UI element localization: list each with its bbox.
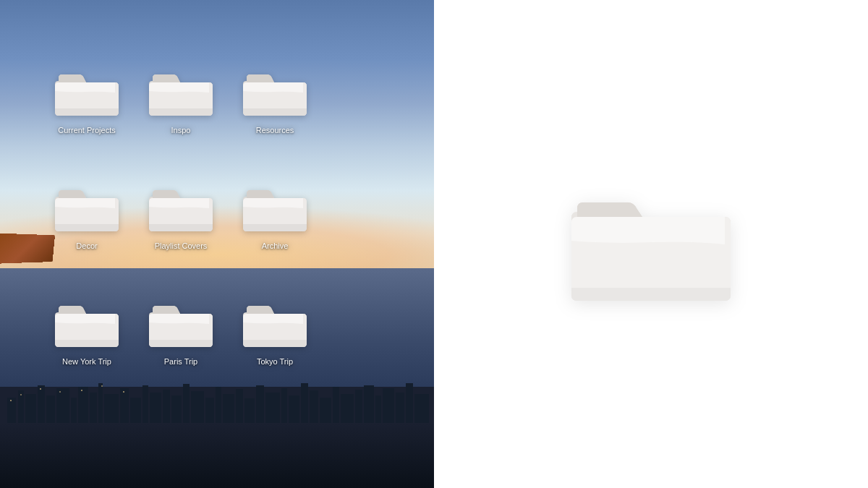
folder-icon-paris-trip xyxy=(148,296,213,351)
folder-archive[interactable]: Archive xyxy=(231,181,318,289)
folder-grid: Current Projects Inspo xyxy=(43,65,318,405)
folder-icon-current-projects xyxy=(54,65,119,119)
folder-icon-new-york-trip xyxy=(54,296,119,351)
folder-inspo[interactable]: Inspo xyxy=(137,65,224,174)
folder-decor[interactable]: Decor xyxy=(43,181,130,289)
folder-label-inspo: Inspo xyxy=(171,125,191,135)
folder-tokyo-trip[interactable]: Tokyo Trip xyxy=(231,296,318,405)
right-panel xyxy=(434,0,868,488)
folder-new-york-trip[interactable]: New York Trip xyxy=(43,296,130,405)
folder-label-playlist-covers: Playlist Covers xyxy=(155,241,208,251)
folder-icon-tokyo-trip xyxy=(242,296,307,351)
folder-label-resources: Resources xyxy=(256,125,294,135)
svg-rect-41 xyxy=(10,400,12,401)
folder-icon-resources xyxy=(242,65,307,119)
folder-icon-archive xyxy=(242,181,307,235)
folder-label-new-york-trip: New York Trip xyxy=(62,356,111,367)
folder-current-projects[interactable]: Current Projects xyxy=(43,65,130,174)
ground xyxy=(0,423,434,488)
folder-icon-decor xyxy=(54,181,119,235)
svg-rect-43 xyxy=(40,388,41,390)
folder-label-archive: Archive xyxy=(262,241,289,251)
svg-rect-42 xyxy=(20,394,22,395)
folder-resources[interactable]: Resources xyxy=(231,65,318,174)
folder-playlist-covers[interactable]: Playlist Covers xyxy=(137,181,224,289)
desktop-panel: Current Projects Inspo xyxy=(0,0,434,488)
folder-label-tokyo-trip: Tokyo Trip xyxy=(257,356,293,367)
large-folder-icon xyxy=(564,172,738,317)
folder-label-paris-trip: Paris Trip xyxy=(164,356,197,367)
folder-icon-playlist-covers xyxy=(148,181,213,235)
folder-label-current-projects: Current Projects xyxy=(58,125,115,135)
folder-label-decor: Decor xyxy=(76,241,97,251)
folder-icon-inspo xyxy=(148,65,213,119)
folder-paris-trip[interactable]: Paris Trip xyxy=(137,296,224,405)
